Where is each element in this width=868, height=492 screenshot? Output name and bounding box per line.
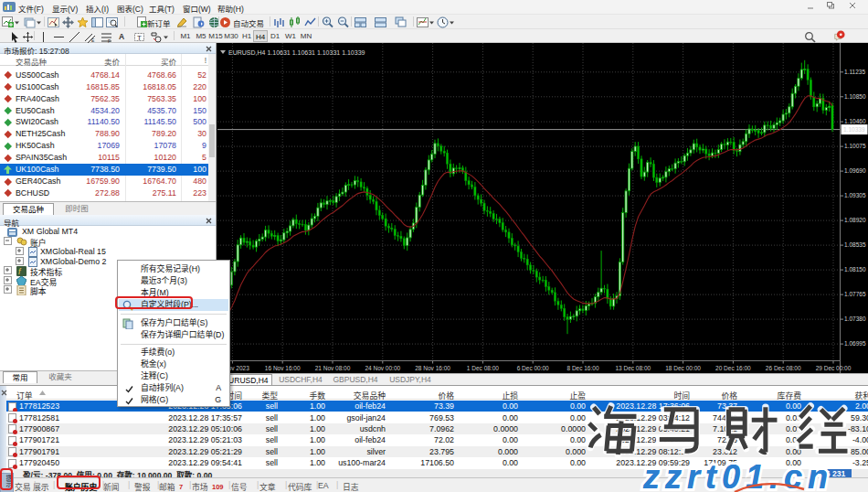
svg-text:1.09305: 1.09305 bbox=[844, 192, 866, 198]
svg-text:29 Dec 00:00: 29 Dec 00:00 bbox=[816, 365, 852, 371]
svg-text:1.08150: 1.08150 bbox=[844, 266, 866, 273]
svg-text:1.11235: 1.11235 bbox=[844, 69, 865, 75]
svg-text:EURUSD,H4 1.10631 1.10631 1.10: EURUSD,H4 1.10631 1.10631 1.10331 1.1033… bbox=[228, 49, 365, 56]
svg-text:T: T bbox=[137, 34, 142, 42]
svg-text:1.07765: 1.07765 bbox=[844, 291, 866, 297]
svg-text:1.07380: 1.07380 bbox=[844, 316, 866, 322]
svg-text:1.08920: 1.08920 bbox=[844, 217, 866, 223]
svg-text:1.06995: 1.06995 bbox=[844, 340, 866, 347]
svg-text:8 Dec 16:00: 8 Dec 16:00 bbox=[566, 365, 598, 371]
svg-text:24 Nov 00:00: 24 Nov 00:00 bbox=[365, 365, 400, 371]
svg-text:6 Dec 00:00: 6 Dec 00:00 bbox=[517, 365, 549, 371]
svg-text:21 Nov 08:00: 21 Nov 08:00 bbox=[315, 365, 351, 371]
svg-text:16 Nov 16:00: 16 Nov 16:00 bbox=[265, 365, 301, 371]
svg-text:1.10339: 1.10339 bbox=[843, 126, 865, 133]
svg-text:1.08535: 1.08535 bbox=[844, 241, 866, 248]
svg-text:18 Dec 00:00: 18 Dec 00:00 bbox=[665, 365, 701, 371]
svg-text:1.10460: 1.10460 bbox=[844, 118, 866, 124]
svg-text:1 Dec 08:00: 1 Dec 08:00 bbox=[467, 365, 499, 371]
svg-text:1.10075: 1.10075 bbox=[844, 143, 866, 149]
svg-text:1.10850: 1.10850 bbox=[844, 93, 866, 100]
svg-text:26 Dec 08:00: 26 Dec 08:00 bbox=[766, 365, 801, 371]
svg-text:1.09690: 1.09690 bbox=[844, 167, 866, 174]
svg-text:20 Dec 16:00: 20 Dec 16:00 bbox=[715, 365, 751, 371]
svg-text:28 Nov 16:00: 28 Nov 16:00 bbox=[415, 365, 450, 371]
svg-text:13 Dec 08:00: 13 Dec 08:00 bbox=[615, 365, 651, 371]
